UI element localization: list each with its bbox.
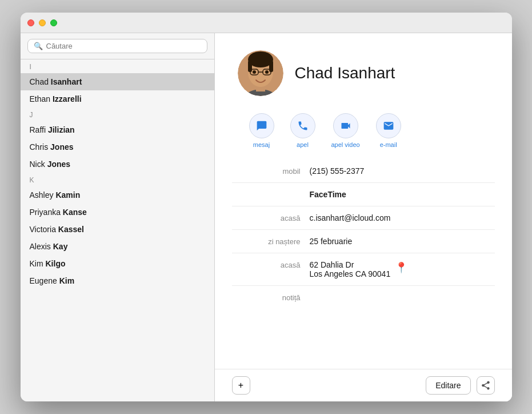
detail-top: Chad Isanhart [215,33,512,108]
call-button[interactable]: apel [290,113,315,148]
bottom-right-buttons: Editare [426,376,494,395]
contact-first: Nick [30,160,47,169]
contact-first: Victoria [30,225,58,234]
contact-first: Kim [30,259,46,268]
share-icon [481,380,491,391]
spacer [215,309,512,369]
video-icon [333,113,358,138]
contact-item-victoria[interactable]: Victoria Kassel [21,221,214,238]
facetime-label [232,190,301,190]
contact-last: Isanhart [51,77,82,86]
email-icon [376,113,401,138]
contact-first: Eugene [30,276,59,285]
add-icon: + [238,380,243,391]
sidebar: 🔍 I Chad Isanhart Ethan Izzarelli J Raff… [21,33,215,401]
mobile-label: mobil [232,166,301,176]
section-header-j: J [21,108,214,121]
info-row-notes: notiță [232,286,495,309]
search-icon: 🔍 [34,42,43,50]
contact-first: Ethan [30,94,53,104]
contact-item-ashley[interactable]: Ashley Kamin [21,186,214,204]
edit-button[interactable]: Editare [426,376,470,395]
birthday-label: zi naștere [232,237,301,246]
contact-last: Jilizian [48,125,75,134]
home-email-label: acasă [232,213,301,222]
contact-item-ethan[interactable]: Ethan Izzarelli [21,90,214,108]
contact-item-chrisjones[interactable]: Chris Jones [21,138,214,156]
video-call-button[interactable]: apel video [331,113,360,148]
info-row-address: acasă 62 Dahlia DrLos Angeles CA 90041 📍 [232,253,495,286]
home-email-value[interactable]: c.isanhart@icloud.com [310,213,495,222]
call-icon [290,113,315,138]
section-header-k: K [21,173,214,186]
contact-last: Jones [50,142,73,152]
avatar [238,50,283,96]
detail-contact-name: Chad Isanhart [295,64,395,82]
traffic-lights [27,19,57,26]
contact-first: Chris [30,142,51,152]
svg-point-11 [253,70,256,74]
call-label: apel [297,141,309,148]
search-bar: 🔍 [21,33,214,59]
contact-last: Kanse [63,208,87,217]
minimize-button[interactable] [39,19,46,26]
info-row-birthday: zi naștere 25 februarie [232,230,495,253]
contact-item-priyanka[interactable]: Priyanka Kanse [21,204,214,221]
info-table: mobil (215) 555-2377 FaceTime acasă c.is… [215,160,512,309]
share-button[interactable] [477,376,495,395]
contact-first: Raffi [30,125,48,134]
email-button[interactable]: e-mail [376,113,401,148]
contact-last: Kim [59,276,74,285]
birthday-value[interactable]: 25 februarie [310,237,495,246]
titlebar [21,13,512,33]
contact-first: Ashley [30,190,56,200]
contact-first: Chad [30,77,51,86]
video-label: apel video [331,141,360,148]
main-content: 🔍 I Chad Isanhart Ethan Izzarelli J Raff… [21,33,512,401]
contact-item-eugene[interactable]: Eugene Kim [21,272,214,289]
contact-last: Kamin [55,190,80,200]
svg-rect-7 [269,61,273,72]
notes-label: notiță [232,293,301,302]
contact-last: Jones [47,160,70,169]
info-row-mobile: mobil (215) 555-2377 [232,160,495,183]
bottom-bar: + Editare [215,369,512,401]
svg-rect-6 [248,61,252,72]
address-pin-wrap: 62 Dahlia DrLos Angeles CA 90041 📍 [310,260,408,278]
info-row-email: acasă c.isanhart@icloud.com [232,206,495,230]
address-value[interactable]: 62 Dahlia DrLos Angeles CA 90041 [310,260,391,278]
contact-item-kim[interactable]: Kim Kilgo [21,255,214,272]
message-button[interactable]: mesaj [249,113,274,148]
svg-point-12 [265,70,269,74]
search-wrap[interactable]: 🔍 [27,39,207,53]
contact-last: Kay [53,242,68,251]
pin-icon[interactable]: 📍 [395,261,407,274]
contacts-window: 🔍 I Chad Isanhart Ethan Izzarelli J Raff… [21,13,512,401]
close-button[interactable] [27,19,34,26]
message-label: mesaj [253,141,270,148]
detail-panel: Chad Isanhart mesaj [215,33,512,401]
email-label: e-mail [380,141,397,148]
contact-last: Kassel [58,225,84,234]
address-label: acasă [232,260,301,269]
contact-first: Alexis [30,242,53,251]
facetime-value[interactable]: FaceTime [310,190,495,199]
contact-item-raffi[interactable]: Raffi Jilizian [21,121,214,138]
message-icon [249,113,274,138]
contact-item-nickjones[interactable]: Nick Jones [21,156,214,173]
action-buttons: mesaj apel apel vi [226,108,512,160]
contact-last: Kilgo [46,259,66,268]
contact-item-chad[interactable]: Chad Isanhart [21,73,214,90]
add-contact-button[interactable]: + [232,376,250,395]
mobile-value[interactable]: (215) 555-2377 [310,166,495,176]
contact-item-alexis[interactable]: Alexis Kay [21,238,214,255]
search-input[interactable] [46,42,201,50]
contact-last: Izzarelli [53,94,82,104]
info-row-facetime: FaceTime [232,183,495,206]
maximize-button[interactable] [50,19,57,26]
contact-first: Priyanka [30,208,63,217]
section-header-i: I [21,59,214,73]
